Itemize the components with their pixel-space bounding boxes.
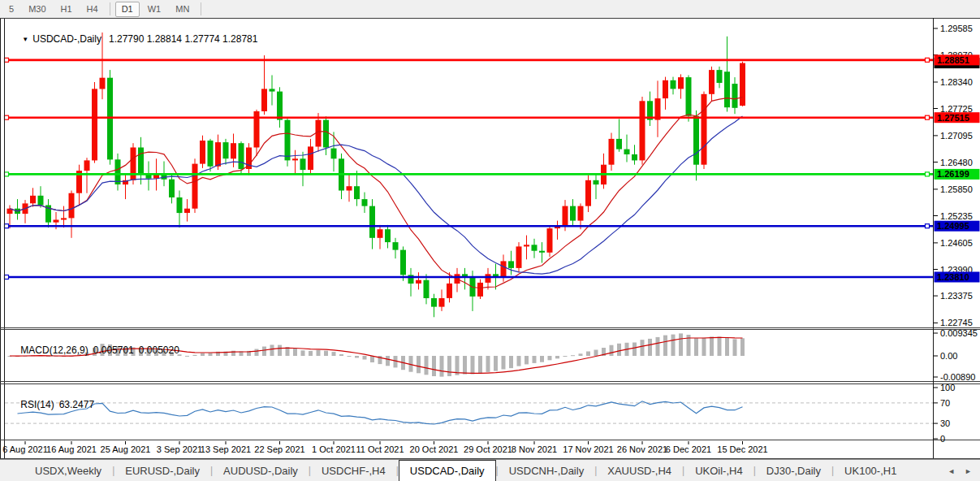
macd-indicator-label: MACD(12,26,9)0.0057010.005020 <box>10 333 179 367</box>
toolbar-separator <box>110 2 110 15</box>
svg-text:1.22745: 1.22745 <box>940 318 973 327</box>
macd-histogram-bar <box>733 339 737 356</box>
svg-text:25 Aug 2021: 25 Aug 2021 <box>101 444 151 454</box>
chart-tab-bar: USDX,Weekly|EURUSD-,Daily|AUDUSD-,Daily|… <box>0 459 980 481</box>
symbol-dropdown-icon[interactable]: ▼ <box>22 36 28 43</box>
macd-histogram-bar <box>718 336 722 356</box>
macd-histogram-bar <box>548 356 552 360</box>
candle[interactable] <box>740 62 745 106</box>
macd-histogram-bar <box>579 353 583 356</box>
macd-histogram-bar <box>317 350 321 356</box>
tab-eurusd-daily[interactable]: EURUSD-,Daily <box>114 460 210 481</box>
tab-usdcad-daily[interactable]: USDCAD-,Daily <box>399 460 496 481</box>
macd-histogram-bar <box>262 347 266 357</box>
rsi-indicator-label: RSI(14)63.2477 <box>10 388 94 422</box>
macd-histogram-bar <box>255 349 259 357</box>
candle[interactable] <box>702 92 707 169</box>
svg-text:26 Nov 2021: 26 Nov 2021 <box>617 444 667 454</box>
chart-canvas[interactable]: 1.295851.289701.283401.277251.270951.264… <box>0 18 980 459</box>
tab-uk100-h1[interactable]: UK100-,H1 <box>834 460 907 481</box>
candle[interactable] <box>131 143 136 184</box>
candle[interactable] <box>192 158 198 213</box>
candle[interactable] <box>285 117 291 166</box>
toolbar-separator <box>201 2 201 15</box>
macd-histogram-bar <box>348 356 352 357</box>
svg-text:70: 70 <box>940 398 950 408</box>
hline-handle[interactable] <box>926 224 930 228</box>
hline-handle[interactable] <box>5 224 9 228</box>
tab-usdcnh-daily[interactable]: USDCNH-,Daily <box>499 460 594 481</box>
macd-histogram-bar <box>324 351 328 356</box>
chart-background <box>0 18 980 459</box>
macd-histogram-bar <box>301 350 305 356</box>
hline-handle[interactable] <box>926 172 930 176</box>
hline-handle[interactable] <box>926 58 930 62</box>
candle[interactable] <box>547 226 553 257</box>
macd-histogram-bar <box>278 345 282 356</box>
candle[interactable] <box>92 82 97 163</box>
chart-symbol-period: USDCAD-,Daily <box>32 33 101 45</box>
macd-histogram-bar <box>540 356 544 362</box>
macd-histogram-bar <box>478 356 482 374</box>
hline-handle[interactable] <box>5 58 9 62</box>
hline-handle[interactable] <box>926 115 930 119</box>
macd-histogram-bar <box>632 343 637 357</box>
macd-histogram-bar <box>517 356 521 366</box>
svg-text:17 Nov 2021: 17 Nov 2021 <box>563 444 613 454</box>
tab-audusd-daily[interactable]: AUDUSD-,Daily <box>213 460 309 481</box>
svg-text:1.27095: 1.27095 <box>940 131 973 141</box>
svg-text:30: 30 <box>940 418 950 428</box>
svg-text:6 Aug 2021: 6 Aug 2021 <box>2 444 48 454</box>
macd-histogram-bar <box>740 338 745 356</box>
svg-text:0.00: 0.00 <box>940 351 957 361</box>
svg-text:1.24995: 1.24995 <box>937 221 969 231</box>
hline-handle[interactable] <box>5 275 9 280</box>
tab-dj30-daily[interactable]: DJ30-,Daily <box>756 460 831 481</box>
rsi-value: 63.2477 <box>59 399 94 410</box>
hline-handle[interactable] <box>5 172 9 176</box>
macd-histogram-bar <box>702 338 706 356</box>
macd-histogram-bar <box>509 356 513 368</box>
tab-xauusd-h4[interactable]: XAUUSD-,H4 <box>597 460 682 481</box>
macd-histogram-bar <box>610 345 614 356</box>
tab-ukoil-h4[interactable]: UKOil-,H4 <box>684 460 753 481</box>
svg-text:1.27725: 1.27725 <box>940 104 973 114</box>
tab-scroll-left-icon[interactable]: ◄ <box>948 467 955 475</box>
macd-histogram-bar <box>339 354 343 356</box>
macd-histogram-bar <box>641 340 645 356</box>
macd-histogram-bar <box>571 355 575 356</box>
macd-histogram-bar <box>463 356 467 375</box>
rsi-name: RSI(14) <box>20 399 54 410</box>
period-button-d1[interactable]: D1 <box>115 2 140 17</box>
macd-histogram-bar <box>671 335 676 356</box>
svg-text:13 Sep 2021: 13 Sep 2021 <box>201 444 251 454</box>
macd-histogram-bar <box>293 349 297 356</box>
svg-text:3 Sep 2021: 3 Sep 2021 <box>157 444 202 454</box>
macd-histogram-bar <box>502 356 506 370</box>
candle[interactable] <box>516 242 522 272</box>
macd-histogram-bar <box>648 339 652 356</box>
macd-histogram-bar <box>332 352 336 356</box>
period-button-w1[interactable]: W1 <box>141 2 168 17</box>
period-button-5[interactable]: 5 <box>2 2 20 17</box>
macd-histogram-bar <box>710 336 714 356</box>
period-button-h1[interactable]: H1 <box>54 2 79 17</box>
macd-histogram-bar <box>486 356 490 372</box>
candle[interactable] <box>640 97 645 165</box>
hline-handle[interactable] <box>5 115 9 119</box>
period-button-h4[interactable]: H4 <box>80 2 105 17</box>
period-button-mn[interactable]: MN <box>169 2 196 17</box>
macd-histogram-bar <box>447 356 451 376</box>
tab-usdx-weekly[interactable]: USDX,Weekly <box>24 460 112 481</box>
svg-text:0.009345: 0.009345 <box>940 328 978 338</box>
svg-text:1.25850: 1.25850 <box>940 184 973 194</box>
macd-histogram-bar <box>586 352 590 357</box>
svg-text:22 Sep 2021: 22 Sep 2021 <box>254 444 304 454</box>
tab-usdchf-h4[interactable]: USDCHF-,H4 <box>311 460 396 481</box>
macd-histogram-bar <box>471 356 475 375</box>
trading-terminal: { "toolbar": { "periods": ["5", "M30", "… <box>0 0 980 481</box>
macd-histogram-bar <box>417 356 421 373</box>
tab-scroll-right-icon[interactable]: ► <box>965 467 972 475</box>
period-button-m30[interactable]: M30 <box>22 2 52 17</box>
chart-window[interactable]: 1.295851.289701.283401.277251.270951.264… <box>0 18 980 459</box>
